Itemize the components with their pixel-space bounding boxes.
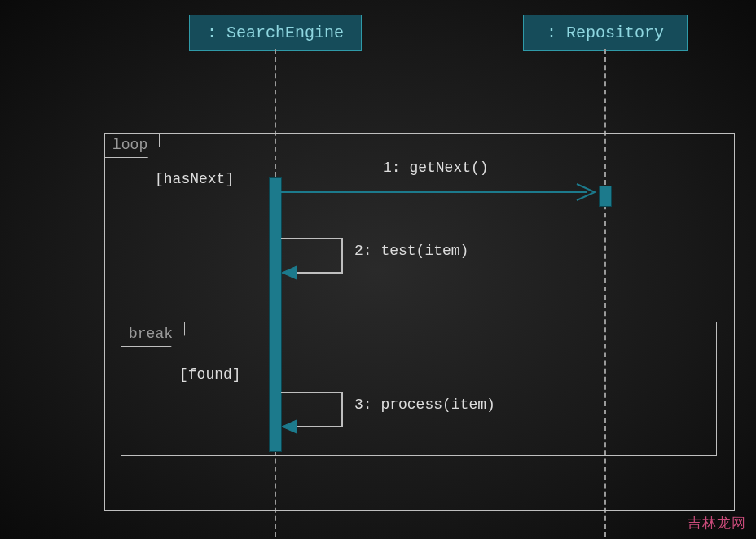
activation-repository [599, 186, 612, 207]
break-frame: break [121, 322, 717, 456]
message-test: 2: test(item) [354, 243, 468, 259]
participant-repository: : Repository [523, 15, 688, 51]
sequence-diagram: { "participants": { "searchEngine": ": S… [0, 0, 756, 539]
break-tag: break [121, 322, 185, 347]
break-guard: [found] [179, 366, 241, 383]
activation-search-engine [269, 177, 282, 452]
participant-search-engine: : SearchEngine [189, 15, 362, 51]
loop-guard: [hasNext] [155, 171, 234, 187]
message-getnext: 1: getNext() [383, 160, 489, 176]
loop-tag: loop [104, 133, 160, 158]
message-process: 3: process(item) [354, 397, 495, 413]
watermark: 吉林龙网 [688, 514, 746, 532]
